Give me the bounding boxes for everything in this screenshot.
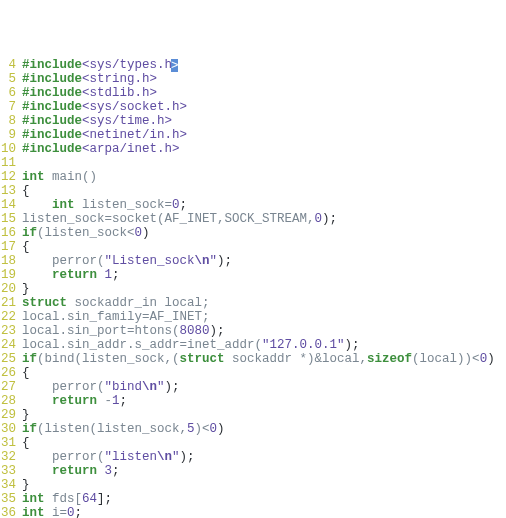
- token: struct: [22, 296, 67, 310]
- token: 0: [210, 422, 218, 436]
- code-line: 36int i=0;: [0, 506, 506, 518]
- code-content: local.sin_family=AF_INET;: [18, 310, 210, 324]
- token: local.sin_port=htons(: [22, 324, 180, 338]
- token: int: [22, 492, 45, 506]
- token: "127.0.0.1": [262, 338, 345, 352]
- token: <sys/socket.h>: [82, 100, 187, 114]
- code-content: {: [18, 436, 30, 450]
- token: perror(: [22, 254, 105, 268]
- code-content: }: [18, 408, 30, 422]
- line-number: 8: [0, 114, 18, 128]
- code-line: 18 perror("Listen_sock\n");: [0, 254, 506, 268]
- token: i=: [45, 506, 68, 518]
- token: );: [210, 324, 225, 338]
- code-line: 27 perror("bind\n");: [0, 380, 506, 394]
- code-content: perror("listen\n");: [18, 450, 195, 464]
- token: {: [22, 240, 30, 254]
- token: return: [52, 394, 97, 408]
- code-content: if(bind(listen_sock,(struct sockaddr *)&…: [18, 352, 495, 366]
- token: [97, 464, 105, 478]
- line-number: 15: [0, 212, 18, 226]
- token: );: [345, 338, 360, 352]
- token: listen_sock=socket(AF_INET,SOCK_STREAM,: [22, 212, 315, 226]
- code-line: 28 return -1;: [0, 394, 506, 408]
- code-content: [18, 156, 22, 170]
- line-number: 26: [0, 366, 18, 380]
- code-line: 9#include<netinet/in.h>: [0, 128, 506, 142]
- token: ): [142, 226, 150, 240]
- token: <sys/types.h: [82, 58, 172, 72]
- token: 5: [187, 422, 195, 436]
- token: sockaddr_in local;: [67, 296, 210, 310]
- token: sockaddr *)&local,: [225, 352, 368, 366]
- code-line: 20}: [0, 282, 506, 296]
- line-number: 13: [0, 184, 18, 198]
- code-line: 23local.sin_port=htons(8080);: [0, 324, 506, 338]
- code-content: int listen_sock=0;: [18, 198, 187, 212]
- token: #include: [22, 114, 82, 128]
- code-content: {: [18, 184, 30, 198]
- line-number: 33: [0, 464, 18, 478]
- token: ;: [120, 394, 128, 408]
- token: -: [97, 394, 112, 408]
- token: "Listen_sock: [105, 254, 195, 268]
- line-number: 29: [0, 408, 18, 422]
- code-content: local.sin_port=htons(8080);: [18, 324, 225, 338]
- token: fds[: [45, 492, 83, 506]
- token: 0: [480, 352, 488, 366]
- code-line: 34}: [0, 478, 506, 492]
- code-line: 5#include<string.h>: [0, 72, 506, 86]
- code-line: 6#include<stdlib.h>: [0, 86, 506, 100]
- line-number: 32: [0, 450, 18, 464]
- code-content: return 3;: [18, 464, 120, 478]
- code-editor[interactable]: 4#include<sys/types.h>5#include<string.h…: [0, 58, 506, 518]
- code-content: struct sockaddr_in local;: [18, 296, 210, 310]
- line-number: 21: [0, 296, 18, 310]
- line-number: 11: [0, 156, 18, 170]
- code-content: #include<netinet/in.h>: [18, 128, 187, 142]
- code-content: listen_sock=socket(AF_INET,SOCK_STREAM,0…: [18, 212, 337, 226]
- token: }: [22, 408, 30, 422]
- token: ": [172, 450, 180, 464]
- token: ;: [112, 464, 120, 478]
- token: {: [22, 184, 30, 198]
- code-line: 25if(bind(listen_sock,(struct sockaddr *…: [0, 352, 506, 366]
- token: #include: [22, 128, 82, 142]
- token: [22, 464, 52, 478]
- token: <string.h>: [82, 72, 157, 86]
- token: (listen_sock<: [37, 226, 135, 240]
- token: local.sin_addr.s_addr=inet_addr(: [22, 338, 262, 352]
- code-line: 33 return 3;: [0, 464, 506, 478]
- token: #include: [22, 100, 82, 114]
- code-content: #include<arpa/inet.h>: [18, 142, 180, 156]
- line-number: 16: [0, 226, 18, 240]
- line-number: 12: [0, 170, 18, 184]
- line-number: 24: [0, 338, 18, 352]
- token: );: [322, 212, 337, 226]
- line-number: 36: [0, 506, 18, 518]
- token: ;: [75, 506, 83, 518]
- code-line: 4#include<sys/types.h>: [0, 58, 506, 72]
- token: ];: [97, 492, 112, 506]
- line-number: 28: [0, 394, 18, 408]
- code-line: 15listen_sock=socket(AF_INET,SOCK_STREAM…: [0, 212, 506, 226]
- token: int: [22, 506, 45, 518]
- token: #include: [22, 86, 82, 100]
- code-line: 32 perror("listen\n");: [0, 450, 506, 464]
- line-number: 30: [0, 422, 18, 436]
- token: if: [22, 226, 37, 240]
- token: [22, 198, 52, 212]
- code-content: #include<string.h>: [18, 72, 157, 86]
- line-number: 7: [0, 100, 18, 114]
- line-number: 6: [0, 86, 18, 100]
- code-line: 8#include<sys/time.h>: [0, 114, 506, 128]
- token: )<: [195, 422, 210, 436]
- token: return: [52, 268, 97, 282]
- token: }: [22, 478, 30, 492]
- code-content: #include<sys/socket.h>: [18, 100, 187, 114]
- text-cursor: >: [171, 59, 178, 72]
- code-content: if(listen_sock<0): [18, 226, 150, 240]
- token: "bind: [105, 380, 143, 394]
- token: sizeof: [367, 352, 412, 366]
- code-line: 22local.sin_family=AF_INET;: [0, 310, 506, 324]
